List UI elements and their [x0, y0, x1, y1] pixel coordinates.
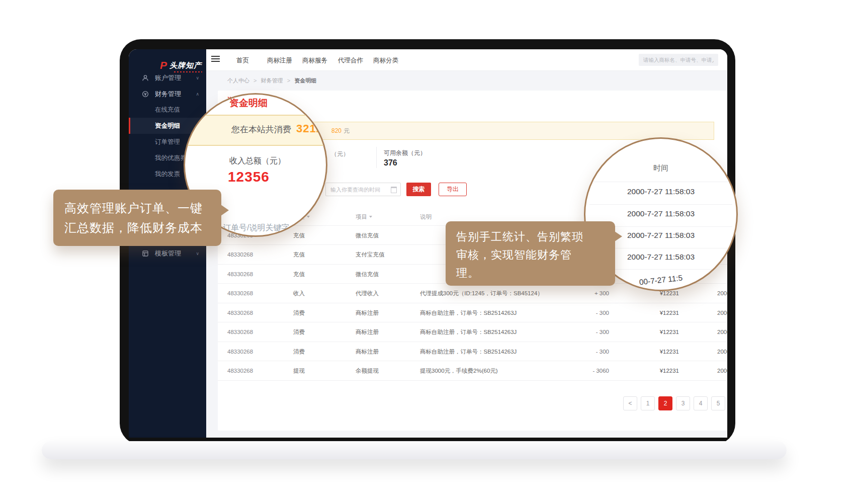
- brand-logo[interactable]: P 头牌知产: [160, 59, 202, 71]
- row-divider: [589, 204, 732, 205]
- pagination-page-5[interactable]: 5: [711, 396, 725, 410]
- magnified-notice-text: 您在本站共消费 32124: [231, 122, 327, 135]
- brand-name: 头牌知产: [169, 61, 202, 70]
- hamburger-menu-icon[interactable]: [211, 56, 220, 63]
- table-row: 48330268 消费 商标注册 商标自助注册，订单号：SB2514263J -…: [218, 322, 727, 342]
- tooltip-right: 告别手工统计、告别繁琐 审核，实现智能财务管 理。: [446, 221, 615, 286]
- tooltip-text: 高效管理账户订单、一键: [64, 198, 221, 218]
- tooltip-text: 汇总数据，降低财务成本: [64, 218, 221, 237]
- balance-label: 可用余额（元）: [384, 149, 426, 157]
- breadcrumb-separator: >: [253, 77, 257, 83]
- sidebar-item-template[interactable]: 模板管理 ∨: [129, 248, 206, 259]
- table-row: 48330268 消费 商标注册 商标自助注册，订单号：SB2514263J -…: [218, 303, 727, 323]
- screenshot-stage: P 头牌知产 账户管理 ∨ 财务管理 ∧ 在线充值: [0, 0, 853, 504]
- magnified-time-value: 2000-7-27 11:58:03: [585, 187, 736, 196]
- tooltip-arrow: [221, 205, 229, 216]
- template-icon: [142, 250, 149, 257]
- search-button[interactable]: 搜索: [406, 183, 431, 196]
- pagination-page-4[interactable]: 4: [694, 396, 708, 410]
- column-header-desc: 说明: [420, 213, 432, 221]
- brand-logo-icon: P: [160, 59, 167, 71]
- sort-caret-icon: [307, 216, 310, 218]
- calendar-icon: [391, 187, 397, 193]
- sort-caret-icon: [369, 216, 372, 218]
- tooltip-arrow: [615, 231, 622, 241]
- magnified-time-column-header: 时间: [585, 163, 736, 173]
- sidebar-item-label: 财务管理: [155, 90, 181, 99]
- magnified-card-title: 资金明细: [229, 97, 268, 110]
- table-bottom-border: [218, 380, 727, 381]
- nav-trademark-category[interactable]: 商标分类: [373, 56, 398, 65]
- sidebar-item-finance[interactable]: 财务管理 ∧: [129, 89, 206, 99]
- user-icon: [142, 74, 149, 81]
- table-row: 48330268 提现 余额提现 提现3000元，手续费2%(60元) - 30…: [218, 361, 727, 381]
- consumption-amount: 820元: [331, 122, 350, 139]
- tooltip-text: 审核，实现智能财务管: [456, 246, 615, 264]
- date-query-input[interactable]: [325, 183, 401, 196]
- nav-trademark-register[interactable]: 商标注册: [267, 56, 292, 65]
- nav-agent-cooperation[interactable]: 代理合作: [338, 56, 363, 65]
- column-header-project[interactable]: 项目: [356, 213, 372, 221]
- row-divider: [589, 182, 732, 182]
- pagination-prev-button[interactable]: <: [623, 396, 637, 410]
- top-navbar: 首页 商标注册 商标服务 代理合作 商标分类: [206, 49, 727, 71]
- sidebar-item-account[interactable]: 账户管理 ∨: [129, 73, 206, 83]
- pagination-page-3[interactable]: 3: [676, 396, 690, 410]
- breadcrumb-finance[interactable]: 财务管理: [261, 77, 283, 83]
- sidebar-item-label: 账户管理: [155, 73, 181, 82]
- trademark-search-input[interactable]: [639, 54, 718, 66]
- chevron-down-icon: ∨: [196, 75, 199, 80]
- laptop-base: [42, 441, 787, 459]
- magnified-income-label: 收入总额（元）: [229, 156, 286, 166]
- table-row: 48330268 消费 商标注册 商标自助注册，订单号：SB2514263J -…: [218, 342, 727, 362]
- tooltip-text: 理。: [456, 264, 615, 282]
- breadcrumb-separator: >: [287, 77, 290, 83]
- tooltip-left: 高效管理账户订单、一键 汇总数据，降低财务成本: [53, 190, 221, 246]
- stat-divider: [376, 147, 377, 168]
- chevron-down-icon: ∨: [196, 251, 199, 256]
- expense-unit-label: （元）: [331, 150, 349, 158]
- breadcrumb-personal-center[interactable]: 个人中心: [227, 77, 249, 83]
- pagination-page-1[interactable]: 1: [641, 396, 655, 410]
- sidebar-item-online-recharge[interactable]: 在线充值: [129, 102, 206, 118]
- nav-trademark-service[interactable]: 商标服务: [302, 56, 327, 65]
- breadcrumb-current: 资金明细: [294, 77, 316, 83]
- brand-tagline-decoration: [174, 71, 202, 72]
- nav-home[interactable]: 首页: [236, 56, 249, 65]
- chevron-up-icon: ∧: [196, 92, 199, 97]
- sidebar-item-label: 模板管理: [155, 249, 181, 258]
- breadcrumb: 个人中心 > 财务管理 > 资金明细: [227, 77, 316, 85]
- balance-value: 376: [384, 158, 397, 167]
- magnified-income-value: 12356: [228, 169, 270, 185]
- pagination: < 1 2 3 4 5: [623, 396, 725, 410]
- export-button[interactable]: 导出: [439, 183, 467, 196]
- magnified-order-column-header: 订单号/说明关键字: [223, 223, 289, 233]
- finance-icon: [142, 91, 149, 98]
- tooltip-text: 告别手工统计、告别繁琐: [456, 228, 615, 246]
- magnified-time-value: 2000-7-27 11:58:03: [585, 209, 736, 218]
- pagination-page-2-active[interactable]: 2: [658, 396, 672, 410]
